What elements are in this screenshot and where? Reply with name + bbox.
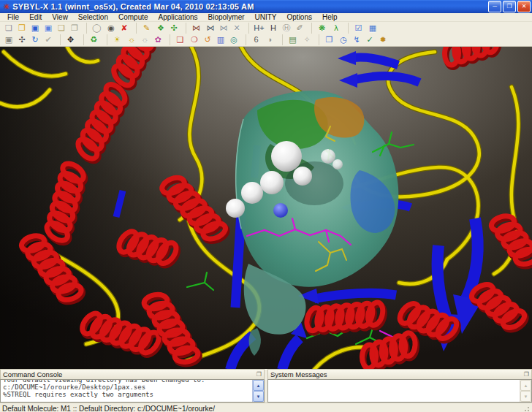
console-scrollbar[interactable]: ▲ ▼ bbox=[252, 380, 264, 402]
hide-hydrogens-button[interactable]: Ⓗ bbox=[280, 23, 293, 34]
command-console-header[interactable]: Command Console ❐ bbox=[0, 369, 265, 379]
window-title: SYBYL-X 1.1 (winnt_os5x), Created Mar 04… bbox=[12, 2, 488, 11]
menu-edit[interactable]: Edit bbox=[24, 13, 47, 21]
session-globe-button[interactable]: ◎ bbox=[227, 34, 240, 45]
spreadsheet-button[interactable]: ☑ bbox=[348, 23, 366, 34]
panel-detach-icon[interactable]: ❐ bbox=[256, 372, 262, 378]
apply-button[interactable]: ✔ bbox=[42, 34, 55, 45]
scroll-up-icon[interactable]: ▲ bbox=[253, 380, 264, 391]
render-quality-button[interactable]: ✹ bbox=[376, 34, 390, 45]
minimize-energy-button[interactable]: ✣ bbox=[167, 23, 180, 34]
scroll-down-icon[interactable]: ▼ bbox=[253, 391, 264, 402]
refresh-view-button[interactable]: ↻ bbox=[28, 34, 42, 45]
screenshot-button[interactable]: ◉ bbox=[104, 23, 118, 34]
display-mode-button[interactable]: ▣ bbox=[2, 34, 15, 45]
light-on-button[interactable]: ☼ bbox=[125, 34, 138, 45]
probe-tool-button[interactable]: ✐ bbox=[293, 23, 306, 34]
new-file-button[interactable]: ❏ bbox=[2, 23, 15, 34]
save-button[interactable]: ▣ bbox=[28, 23, 42, 34]
build-fragment-icon: ❖ bbox=[157, 23, 164, 33]
menu-compute[interactable]: Compute bbox=[113, 13, 153, 21]
ring-fragment-button[interactable]: ❋ bbox=[311, 23, 330, 34]
delete-button[interactable]: ✘ bbox=[118, 23, 131, 34]
image-icon: ▤ bbox=[289, 35, 296, 45]
export-button[interactable]: ❐ bbox=[68, 23, 81, 34]
center-view-button[interactable]: ❍ bbox=[188, 34, 201, 45]
restore-button[interactable]: ❐ bbox=[503, 1, 516, 12]
fuse-rings-button[interactable]: ⋈ bbox=[186, 23, 204, 34]
console-line: c:/DOCUME~1/orourke/Desktop/1pax.ses bbox=[3, 384, 252, 391]
display-box-icon: ▣ bbox=[5, 35, 12, 45]
nitrogen-sphere bbox=[273, 203, 288, 218]
residue-builder-button[interactable]: λ bbox=[330, 23, 343, 34]
build-molecule-button[interactable]: ❖ bbox=[154, 23, 167, 34]
cascade-windows-icon: ❐ bbox=[326, 35, 333, 45]
menu-help[interactable]: Help bbox=[317, 13, 343, 21]
spreadsheet-check-icon: ☑ bbox=[355, 23, 362, 33]
remote-display-button[interactable]: ✓ bbox=[363, 34, 376, 45]
menu-file[interactable]: File bbox=[2, 13, 24, 21]
merge-molecules-button[interactable]: ⋈ bbox=[217, 23, 230, 34]
rotate-arrows-icon: ↺ bbox=[204, 35, 210, 45]
perspective-button[interactable]: ✣ bbox=[15, 34, 28, 45]
table-icon: ▦ bbox=[369, 23, 376, 33]
split-bond-icon: ✕ bbox=[233, 23, 240, 33]
split-molecule-button[interactable]: ✕ bbox=[230, 23, 243, 34]
scene-image-button[interactable]: ▤ bbox=[282, 34, 300, 45]
broadcast-button[interactable]: ✧ bbox=[300, 34, 314, 45]
toolbar-row-2: ▣ ✣ ↻ ✔ ✥ ♻ ☀ ☼ ☼ ✿ ❑ ❍ ↺ ▥ ◎ 6 bbox=[0, 34, 532, 47]
import-button[interactable]: ❏ bbox=[55, 23, 68, 34]
residue-icon: λ bbox=[334, 23, 338, 33]
new-file-icon: ❏ bbox=[5, 23, 12, 33]
display-settings-button[interactable]: ▥ bbox=[214, 34, 227, 45]
system-messages-header[interactable]: System Messages ❐ bbox=[267, 369, 532, 379]
screen-colors-icon: ▥ bbox=[217, 35, 224, 45]
menu-biopolymer[interactable]: Biopolymer bbox=[203, 13, 250, 21]
rotate-view-button[interactable]: ↺ bbox=[201, 34, 214, 45]
translate-view-button[interactable]: ✥ bbox=[60, 34, 78, 45]
add-light-button[interactable]: ☀ bbox=[107, 34, 125, 45]
mouse-settings-button[interactable]: ◗ bbox=[264, 34, 277, 45]
light-off-button[interactable]: ☼ bbox=[138, 34, 151, 45]
scroll-down-icon[interactable]: ▼ bbox=[520, 391, 531, 402]
minimize-button[interactable]: ─ bbox=[488, 1, 501, 12]
console-lines: Your default viewing directory has been … bbox=[1, 379, 252, 402]
close-button[interactable]: ✕ bbox=[517, 1, 531, 12]
history-window-button[interactable]: ◷ bbox=[337, 34, 350, 45]
sketch-molecule-button[interactable]: ✎ bbox=[136, 23, 154, 34]
system-messages-output[interactable]: ▲ ▼ bbox=[267, 379, 532, 403]
molecule-viewport[interactable] bbox=[0, 47, 532, 369]
command-console-output[interactable]: Your default viewing directory has been … bbox=[0, 379, 265, 403]
palette-icon: ✿ bbox=[154, 35, 161, 45]
menu-view[interactable]: View bbox=[47, 13, 73, 21]
color-palette-button[interactable]: ✿ bbox=[151, 34, 164, 45]
zoom-region-button[interactable]: ❑ bbox=[170, 34, 188, 45]
open-file-button[interactable]: ❒ bbox=[15, 23, 28, 34]
render-sphere-button[interactable]: ◯ bbox=[86, 23, 104, 34]
show-hydrogens-button[interactable]: H bbox=[267, 23, 280, 34]
cascade-windows-button[interactable]: ❐ bbox=[319, 34, 337, 45]
open-folder-icon: ❒ bbox=[18, 23, 26, 33]
save-as-button[interactable]: ▣ bbox=[42, 23, 55, 34]
resize-grip[interactable] bbox=[522, 405, 530, 412]
check-icon: ✔ bbox=[45, 35, 51, 45]
probe-icon: ✐ bbox=[296, 23, 303, 33]
globe-window-icon: ◎ bbox=[230, 35, 238, 45]
refresh-icon: ↻ bbox=[31, 35, 38, 45]
menu-selection[interactable]: Selection bbox=[73, 13, 113, 21]
add-hydrogens-icon: H+ bbox=[254, 23, 264, 33]
fuse-atoms-icon: ⋈ bbox=[192, 23, 200, 33]
mouse-mode-button[interactable]: 6 bbox=[246, 34, 264, 45]
menu-applications[interactable]: Applications bbox=[153, 13, 203, 21]
menu-options[interactable]: Options bbox=[282, 13, 317, 21]
menu-unity[interactable]: UNITY bbox=[250, 13, 282, 21]
reset-view-button[interactable]: ♻ bbox=[83, 34, 102, 45]
panel-detach-icon[interactable]: ❐ bbox=[524, 372, 529, 378]
add-hydrogens-button[interactable]: H+ bbox=[248, 23, 267, 34]
fit-atoms-button[interactable]: ⋈ bbox=[204, 23, 217, 34]
table-view-button[interactable]: ▦ bbox=[366, 23, 379, 34]
title-bar[interactable]: ✳ SYBYL-X 1.1 (winnt_os5x), Created Mar … bbox=[0, 0, 532, 13]
system-messages-scrollbar[interactable]: ▲ ▼ bbox=[520, 380, 531, 402]
connection-button[interactable]: ↯ bbox=[350, 34, 363, 45]
scroll-up-icon[interactable]: ▲ bbox=[520, 380, 531, 391]
